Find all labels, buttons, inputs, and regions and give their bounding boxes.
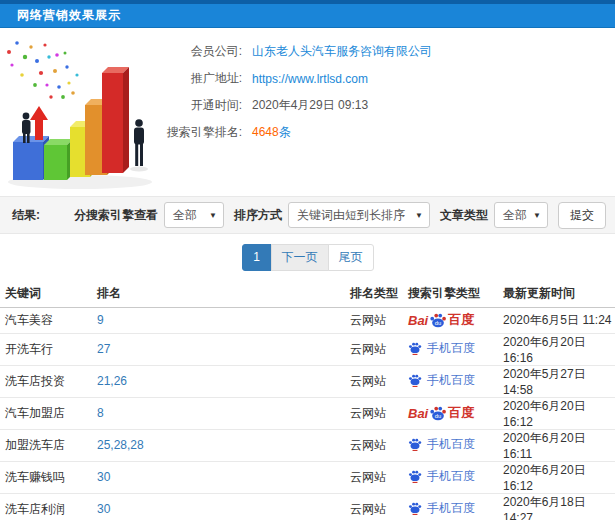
confetti-dots (7, 41, 79, 99)
sort-value: 关键词由短到长排序 (297, 207, 405, 224)
rank-link[interactable]: 21,26 (97, 374, 127, 388)
mobile-baidu-logo: 手机百度 (408, 436, 475, 453)
updated-time-cell: 2020年5月27日 14:58 (498, 365, 615, 397)
updated-time-cell: 2020年6月5日 11:24 (498, 307, 615, 333)
col-rank-type: 排名类型 (345, 280, 403, 307)
open-time-label: 开通时间: (142, 97, 242, 114)
promo-url-link[interactable]: https://www.lrtlsd.com (252, 72, 368, 86)
keyword-cell: 洗车店利润 (0, 493, 92, 520)
chevron-down-icon: ▼ (209, 211, 217, 220)
engine-cell: Bai du 百度 (403, 307, 498, 333)
mobile-baidu-logo: 手机百度 (408, 340, 475, 357)
keyword-cell: 加盟洗车店 (0, 429, 92, 461)
table-row: 汽车美容 9 云网站 Bai du 百度 (0, 307, 615, 333)
bar-red (102, 67, 129, 173)
keyword-cell: 洗车赚钱吗 (0, 461, 92, 493)
rank-type-cell: 云网站 (345, 307, 403, 333)
keyword-cell: 开洗车行 (0, 333, 92, 365)
table-row: 开洗车行 27 云网站 Bai du 百度 (0, 333, 615, 365)
page-1-button[interactable]: 1 (242, 244, 272, 271)
filter-controls: 分搜索引擎查看 全部 ▼ 排序方式 关键词由短到长排序 ▼ 文章类型 全部 ▼ … (64, 202, 606, 229)
up-arrow-icon (30, 106, 48, 140)
rank-type-cell: 云网站 (345, 493, 403, 520)
engine-cell: Bai du 百度 (403, 461, 498, 493)
submit-button[interactable]: 提交 (558, 202, 606, 229)
next-page-button[interactable]: 下一页 (271, 244, 329, 271)
table-row: 加盟洗车店 25,28,28 云网站 Bai du 百度 (0, 429, 615, 461)
baidu-paw-icon: du (429, 405, 447, 421)
rank-type-cell: 云网站 (345, 429, 403, 461)
field-open-time: 开通时间: 2020年4月29日 09:13 (142, 92, 432, 119)
article-type-select[interactable]: 全部 ▼ (494, 202, 548, 228)
account-info-section: 会员公司: 山东老人头汽车服务咨询有限公司 推广地址: https://www.… (0, 28, 615, 196)
svg-text:du: du (435, 413, 441, 419)
rank-type-cell: 云网站 (345, 397, 403, 429)
bar-green (44, 139, 73, 180)
table-row: 洗车店利润 30 云网站 Bai du 百度 (0, 493, 615, 520)
rank-link[interactable]: 8 (97, 406, 104, 420)
updated-time-cell: 2020年6月20日 16:16 (498, 333, 615, 365)
open-time-value: 2020年4月29日 09:13 (252, 97, 368, 114)
rank-cell: 30 (92, 493, 345, 520)
bar-blue (13, 136, 49, 180)
updated-time-cell: 2020年6月20日 16:12 (498, 461, 615, 493)
results-table: 关键词 排名 排名类型 搜索引擎类型 最新更新时间 汽车美容 9 云网站 Bai… (0, 280, 615, 520)
last-page-button[interactable]: 尾页 (328, 244, 374, 271)
keyword-cell: 汽车美容 (0, 307, 92, 333)
rank-cell: 25,28,28 (92, 429, 345, 461)
updated-time-cell: 2020年6月18日 14:27 (498, 493, 615, 520)
pagination: 1 下一页 尾页 (242, 244, 374, 271)
engine-filter-select[interactable]: 全部 ▼ (164, 202, 224, 228)
rank-cell: 30 (92, 461, 345, 493)
engine-cell: Bai du 百度 (403, 493, 498, 520)
chevron-down-icon: ▼ (415, 211, 423, 220)
baidu-logo: Bai du 百度 (408, 311, 474, 329)
mobile-baidu-paw-icon (408, 437, 422, 451)
engine-cell: Bai du 百度 (403, 365, 498, 397)
account-fields: 会员公司: 山东老人头汽车服务咨询有限公司 推广地址: https://www.… (142, 38, 432, 146)
updated-time-cell: 2020年6月20日 16:11 (498, 429, 615, 461)
page-title: 网络营销效果展示 (0, 7, 121, 24)
pagination-wrap: 1 下一页 尾页 (0, 234, 615, 280)
table-row: 洗车店投资 21,26 云网站 Bai du 百度 (0, 365, 615, 397)
rank-type-cell: 云网站 (345, 333, 403, 365)
baidu-paw-icon: du (429, 312, 447, 328)
rank-count-unit[interactable]: 条 (279, 125, 291, 139)
rank-link[interactable]: 27 (97, 342, 110, 356)
mobile-baidu-logo: 手机百度 (408, 468, 475, 485)
article-type-value: 全部 (503, 207, 527, 224)
rank-link[interactable]: 25,28,28 (97, 438, 144, 452)
filter-bar: 结果: 分搜索引擎查看 全部 ▼ 排序方式 关键词由短到长排序 ▼ 文章类型 全… (0, 196, 615, 234)
engine-filter-label: 分搜索引擎查看 (74, 207, 158, 224)
engine-cell: Bai du 百度 (403, 429, 498, 461)
member-company-label: 会员公司: (142, 43, 242, 60)
mobile-baidu-logo: 手机百度 (408, 372, 475, 389)
rank-cell: 21,26 (92, 365, 345, 397)
field-rank-count: 搜索引擎排名: 4648条 (142, 119, 432, 146)
keyword-cell: 洗车店投资 (0, 365, 92, 397)
svg-text:du: du (435, 320, 441, 326)
rank-link[interactable]: 30 (97, 502, 110, 516)
article-type-label: 文章类型 (440, 207, 488, 224)
table-header-row: 关键词 排名 排名类型 搜索引擎类型 最新更新时间 (0, 280, 615, 307)
mobile-baidu-paw-icon (408, 341, 422, 355)
rank-link[interactable]: 9 (97, 313, 104, 327)
col-rank: 排名 (92, 280, 345, 307)
col-updated: 最新更新时间 (498, 280, 615, 307)
mobile-baidu-paw-icon (408, 469, 422, 483)
rank-cell: 8 (92, 397, 345, 429)
table-row: 洗车赚钱吗 30 云网站 Bai du 百度 (0, 461, 615, 493)
rank-cell: 27 (92, 333, 345, 365)
col-engine-type: 搜索引擎类型 (403, 280, 498, 307)
rank-link[interactable]: 30 (97, 470, 110, 484)
field-promo-url: 推广地址: https://www.lrtlsd.com (142, 65, 432, 92)
sort-label: 排序方式 (234, 207, 282, 224)
promo-url-label: 推广地址: (142, 70, 242, 87)
member-company-link[interactable]: 山东老人头汽车服务咨询有限公司 (252, 43, 432, 60)
keyword-cell: 汽车加盟店 (0, 397, 92, 429)
result-label: 结果: (12, 207, 40, 224)
mobile-baidu-paw-icon (408, 373, 422, 387)
rank-count-number: 4648 (252, 125, 279, 139)
col-keyword: 关键词 (0, 280, 92, 307)
sort-select[interactable]: 关键词由短到长排序 ▼ (288, 202, 430, 228)
